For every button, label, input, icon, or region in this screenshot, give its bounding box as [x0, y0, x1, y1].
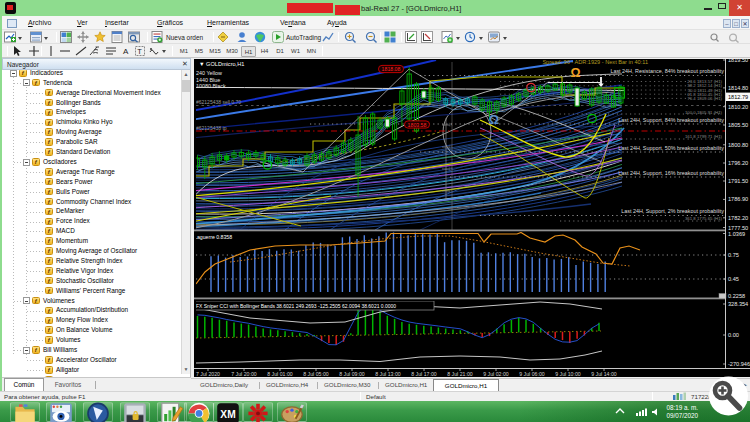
svg-text:9 Jul 10:00: 9 Jul 10:00 [555, 371, 580, 377]
svg-text:#62125438 tp: #62125438 tp [196, 125, 227, 131]
svg-text:8 Jul 21:00: 8 Jul 21:00 [447, 371, 472, 377]
svg-text:1786.90: 1786.90 [728, 196, 748, 202]
svg-text:9 Jul 06:00: 9 Jul 06:00 [519, 371, 544, 377]
svg-text:8 Jul 17:00: 8 Jul 17:00 [411, 371, 436, 377]
svg-text:328.354: 328.354 [728, 301, 748, 307]
svg-text:25: 25 [448, 167, 452, 171]
svg-text:1819.50: 1819.50 [728, 58, 748, 63]
svg-text:Last 24H, Support, 16% breakou: Last 24H, Support, 16% breakout probabil… [618, 170, 724, 176]
svg-text:1791.50: 1791.50 [728, 178, 748, 184]
svg-text:Ω: Ω [489, 112, 499, 127]
svg-text:100.0 1805.91 (H1): 100.0 1805.91 (H1) [685, 110, 723, 115]
svg-text:T: T [137, 47, 142, 56]
svg-text:9 Jul 02:00: 9 Jul 02:00 [483, 371, 508, 377]
svg-text:361.8 1775.65 (H1): 361.8 1775.65 (H1) [685, 216, 723, 221]
svg-text:Ω: Ω [570, 66, 580, 80]
svg-text:7 Jul 2020: 7 Jul 2020 [196, 371, 220, 377]
svg-text:7 Jul 20:00: 7 Jul 20:00 [231, 371, 256, 377]
svg-text:A: A [123, 47, 129, 56]
svg-text:8 Jul 13:00: 8 Jul 13:00 [375, 371, 400, 377]
svg-text:1812.79: 1812.79 [728, 94, 748, 100]
svg-text:1803.58: 1803.58 [408, 122, 427, 128]
svg-text:76.4 1809.06 (H1): 76.4 1809.06 (H1) [687, 96, 722, 101]
svg-text:1.0369: 1.0369 [728, 231, 745, 237]
svg-text:161.8 1799.71 (H1): 161.8 1799.71 (H1) [685, 134, 723, 139]
svg-text:1440 Blue: 1440 Blue [196, 77, 220, 83]
svg-text:Last 24H, Support, 2% breakout: Last 24H, Support, 2% breakout probabili… [621, 208, 724, 214]
svg-text:10080 Black: 10080 Black [196, 83, 226, 89]
svg-text:25: 25 [448, 189, 452, 193]
svg-text:8 Jul 09:00: 8 Jul 09:00 [339, 371, 364, 377]
svg-text:1782.20: 1782.20 [728, 215, 748, 221]
svg-text:25: 25 [448, 145, 452, 149]
svg-text:0.2258: 0.2258 [728, 293, 745, 299]
svg-text:-270.946: -270.946 [728, 361, 750, 367]
svg-text:1805.50: 1805.50 [728, 122, 748, 128]
svg-text:▼ GOLDmicro,H1: ▼ GOLDmicro,H1 [199, 61, 244, 67]
svg-text:#62125438 sell 0.70: #62125438 sell 0.70 [196, 99, 241, 105]
svg-text:Last 24H, Support, 50% breakou: Last 24H, Support, 50% breakout probabil… [618, 145, 724, 151]
svg-text:0.75: 0.75 [728, 252, 739, 258]
svg-text:0.45: 0.45 [728, 276, 739, 282]
svg-text:1818.08: 1818.08 [382, 66, 401, 72]
svg-text:1814.80: 1814.80 [728, 85, 748, 91]
svg-text:0.00: 0.00 [728, 332, 739, 338]
svg-text:8 Jul 05:00: 8 Jul 05:00 [303, 371, 328, 377]
svg-text:25: 25 [448, 123, 452, 127]
svg-text:1810.20: 1810.20 [728, 104, 748, 110]
svg-text:9 Jul 14:00: 9 Jul 14:00 [591, 371, 616, 377]
svg-text:Last 24H, Resistance, 84% brea: Last 24H, Resistance, 84% breakout proba… [610, 68, 724, 74]
svg-text:240 Yellow: 240 Yellow [196, 70, 222, 76]
svg-text:1800.80: 1800.80 [728, 142, 748, 148]
svg-text:Last 24H, Support, 84% breakou: Last 24H, Support, 84% breakout probabil… [618, 117, 724, 123]
svg-text:XM: XM [220, 409, 235, 420]
svg-text:FX Sniper CCI with Bollinger B: FX Sniper CCI with Bollinger Bands 38.60… [196, 303, 396, 309]
svg-text:Laguerre 0.8358: Laguerre 0.8358 [194, 234, 232, 240]
svg-text:1796.20: 1796.20 [728, 160, 748, 166]
svg-text:8 Jul 01:00: 8 Jul 01:00 [267, 371, 292, 377]
